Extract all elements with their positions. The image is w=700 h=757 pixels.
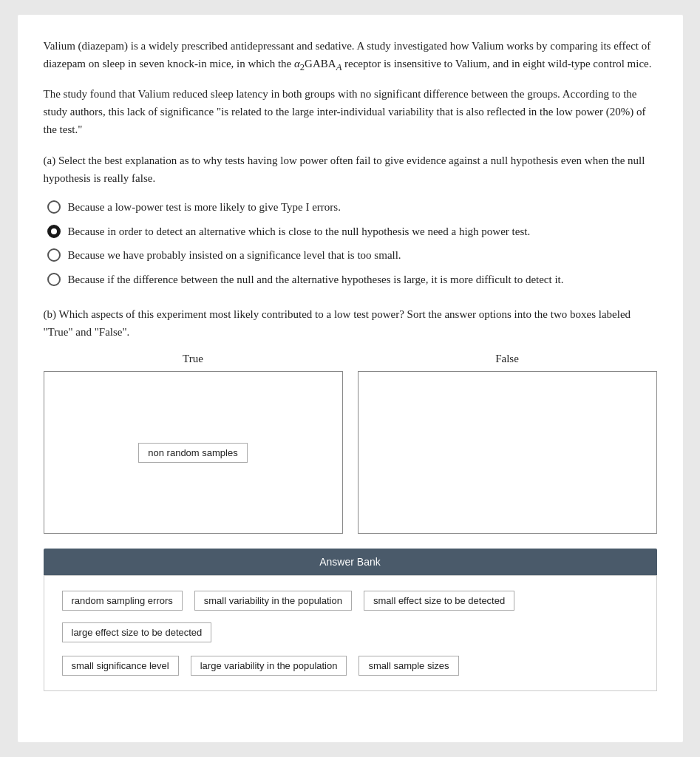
radio-label-4: Because if the difference between the nu… <box>68 271 564 288</box>
true-box-label: True <box>183 353 203 365</box>
answer-chip-random-sampling-errors[interactable]: random sampling errors <box>62 591 183 611</box>
question-a-section: (a) Select the best explanation as to wh… <box>44 152 657 288</box>
intro-paragraph-1: Valium (diazepam) is a widely prescribed… <box>44 37 657 75</box>
question-b-text: (b) Which aspects of this experiment mos… <box>44 305 657 341</box>
answer-chip-small-effect-size[interactable]: small effect size to be detected <box>364 591 514 611</box>
radio-options-list: Because a low-power test is more likely … <box>47 199 657 288</box>
answer-chip-small-variability[interactable]: small variability in the population <box>194 591 352 611</box>
false-box-label: False <box>495 353 519 365</box>
radio-option-4[interactable]: Because if the difference between the nu… <box>47 271 657 288</box>
radio-circle-2[interactable] <box>47 225 61 238</box>
radio-option-2[interactable]: Because in order to detect an alternativ… <box>47 223 657 240</box>
answer-chip-small-significance-level[interactable]: small significance level <box>62 656 179 676</box>
answer-chip-large-variability[interactable]: large variability in the population <box>191 656 347 676</box>
answer-bank-header: Answer Bank <box>44 549 657 575</box>
answer-chip-large-effect-size[interactable]: large effect size to be detected <box>62 622 212 642</box>
true-item-non-random-samples[interactable]: non random samples <box>138 443 247 463</box>
answer-bank-row-2: small significance level large variabili… <box>59 653 642 679</box>
radio-circle-3[interactable] <box>47 248 61 262</box>
radio-option-3[interactable]: Because we have probably insisted on a s… <box>47 247 657 264</box>
true-box-wrapper: True non random samples <box>44 353 343 534</box>
answer-bank-body: random sampling errors small variability… <box>44 575 657 691</box>
intro-paragraph-2: The study found that Valium reduced slee… <box>44 85 657 138</box>
false-box[interactable] <box>358 371 657 534</box>
radio-circle-1[interactable] <box>47 200 61 214</box>
question-b-section: (b) Which aspects of this experiment mos… <box>44 305 657 534</box>
page-container: Valium (diazepam) is a widely prescribed… <box>18 15 683 742</box>
radio-label-2: Because in order to detect an alternativ… <box>68 223 531 240</box>
answer-bank-row-1: random sampling errors small variability… <box>59 588 642 645</box>
answer-bank-section: Answer Bank random sampling errors small… <box>44 549 657 691</box>
radio-option-1[interactable]: Because a low-power test is more likely … <box>47 199 657 216</box>
answer-chip-small-sample-sizes[interactable]: small sample sizes <box>359 656 458 676</box>
question-a-text: (a) Select the best explanation as to wh… <box>44 152 657 187</box>
intro-section: Valium (diazepam) is a widely prescribed… <box>44 37 657 138</box>
false-box-wrapper: False <box>358 353 657 534</box>
radio-circle-4[interactable] <box>47 273 61 286</box>
true-box[interactable]: non random samples <box>44 371 343 534</box>
sort-boxes-container: True non random samples False <box>44 353 657 534</box>
radio-label-1: Because a low-power test is more likely … <box>68 199 341 216</box>
radio-label-3: Because we have probably insisted on a s… <box>68 247 401 264</box>
